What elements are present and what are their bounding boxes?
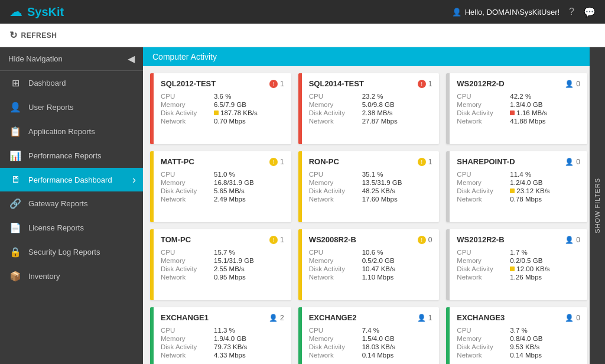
sidebar-item-application-reports[interactable]: 📋 Application Reports bbox=[0, 119, 143, 144]
metric-row: Memory 16.8/31.9 GB bbox=[161, 179, 284, 186]
card-title-sql2012-test: SQL2012-TEST bbox=[161, 79, 216, 88]
metric-label: Disk Activity bbox=[309, 187, 362, 194]
metric-row: Memory 15.1/31.9 GB bbox=[161, 257, 284, 264]
card-exchange1[interactable]: EXCHANGE1 👤 2 CPU 11.3 % Memory 1.9/4.0 … bbox=[150, 307, 291, 364]
metric-value: 5.0/9.8 GB bbox=[362, 101, 432, 108]
show-filters-label: SHOW FILTERS bbox=[594, 178, 601, 233]
metric-value: 18.03 KB/s bbox=[362, 343, 432, 350]
metric-label: CPU bbox=[457, 171, 510, 178]
metric-label: Network bbox=[161, 274, 214, 281]
card-inner-exchange2: EXCHANGE2 👤 1 CPU 7.4 % Memory 1.5/4.0 G… bbox=[302, 307, 440, 364]
metric-label: Network bbox=[161, 352, 214, 359]
metric-row: Network 1.10 Mbps bbox=[309, 274, 432, 281]
card-status-area-sql2014-test: ! 1 bbox=[418, 80, 432, 88]
card-status-area-sql2012-test: ! 1 bbox=[269, 80, 284, 88]
metric-row: CPU 11.3 % bbox=[161, 327, 284, 334]
card-title-ws2012r2-d: WS2012R2-D bbox=[457, 79, 504, 88]
card-inner-tom-pc: TOM-PC ! 1 CPU 15.7 % Memory 15.1/31.9 G… bbox=[154, 229, 291, 300]
metric-label: Disk Activity bbox=[309, 109, 362, 116]
nav-icon-inventory: 📦 bbox=[9, 271, 21, 282]
sidebar-item-dashboard[interactable]: ⊞ Dashboard bbox=[0, 71, 143, 95]
card-tom-pc[interactable]: TOM-PC ! 1 CPU 15.7 % Memory 15.1/31.9 G… bbox=[150, 229, 291, 300]
hide-navigation-label: Hide Navigation bbox=[8, 54, 63, 63]
user-count-sql2014-test: 1 bbox=[428, 80, 432, 88]
card-header-tom-pc: TOM-PC ! 1 bbox=[161, 235, 284, 244]
metric-label: Memory bbox=[161, 179, 214, 186]
card-status-area-matt-pc: ! 1 bbox=[269, 158, 284, 166]
card-matt-pc[interactable]: MATT-PC ! 1 CPU 51.0 % Memory 16.8/31.9 … bbox=[150, 151, 291, 222]
card-exchange2[interactable]: EXCHANGE2 👤 1 CPU 7.4 % Memory 1.5/4.0 G… bbox=[298, 307, 440, 364]
nav-label-user-reports: User Reports bbox=[28, 103, 74, 112]
nav-label-inventory: Inventory bbox=[28, 272, 60, 281]
card-sql2012-test[interactable]: SQL2012-TEST ! 1 CPU 3.6 % Memory 6.5/7.… bbox=[150, 73, 291, 144]
card-title-ws2012r2-b: WS2012R2-B bbox=[457, 235, 504, 244]
card-metrics-matt-pc: CPU 51.0 % Memory 16.8/31.9 GB Disk Acti… bbox=[161, 171, 284, 203]
metric-value: 1.5/4.0 GB bbox=[362, 335, 432, 342]
card-header-ws2008r2-b: WS2008R2-B ! 0 bbox=[309, 235, 432, 244]
card-ws2012r2-b[interactable]: WS2012R2-B 👤 0 CPU 1.7 % Memory 0.2/0.5 … bbox=[446, 229, 587, 300]
subtopbar: ↻ REFRESH bbox=[0, 24, 605, 47]
metric-label: Memory bbox=[457, 335, 510, 342]
sidebar-item-security-log-reports[interactable]: 🔒 Security Log Reports bbox=[0, 240, 143, 264]
nav-label-application-reports: Application Reports bbox=[28, 127, 95, 136]
status-dot-exchange2: 👤 bbox=[417, 314, 426, 322]
refresh-button[interactable]: ↻ REFRESH bbox=[9, 30, 57, 41]
metric-value: 11.3 % bbox=[214, 327, 284, 334]
nav-icon-performance-reports: 📊 bbox=[9, 150, 21, 161]
metric-row: CPU 3.6 % bbox=[161, 93, 284, 100]
card-title-exchange1: EXCHANGE1 bbox=[161, 313, 209, 322]
help-button[interactable]: ? bbox=[569, 6, 574, 17]
card-inner-sharepoint-d: SHAREPOINT-D 👤 0 CPU 11.4 % Memory 1.2/4… bbox=[450, 151, 587, 222]
sidebar-item-performance-dashboard[interactable]: 🖥 Performance Dashboard bbox=[0, 168, 143, 191]
metric-label: CPU bbox=[161, 93, 214, 100]
metric-label: Network bbox=[309, 352, 362, 359]
sidebar-item-gateway-reports[interactable]: 🔗 Gateway Reports bbox=[0, 191, 143, 216]
card-status-area-tom-pc: ! 1 bbox=[269, 236, 284, 244]
show-filters-panel[interactable]: SHOW FILTERS bbox=[590, 66, 605, 364]
card-ron-pc[interactable]: RON-PC ! 1 CPU 35.1 % Memory 13.5/31.9 G… bbox=[298, 151, 440, 222]
card-metrics-ws2008r2-b: CPU 10.6 % Memory 0.5/2.0 GB Disk Activi… bbox=[309, 249, 432, 281]
metric-label: Network bbox=[309, 118, 362, 125]
sidebar-item-performance-reports[interactable]: 📊 Performance Reports bbox=[0, 144, 143, 168]
card-metrics-ws2012r2-b: CPU 1.7 % Memory 0.2/0.5 GB Disk Activit… bbox=[457, 249, 580, 281]
status-dot-sql2014-test: ! bbox=[418, 80, 426, 88]
card-ws2008r2-b[interactable]: WS2008R2-B ! 0 CPU 10.6 % Memory 0.5/2.0… bbox=[298, 229, 440, 300]
metric-value: 17.60 Mbps bbox=[362, 196, 432, 203]
sidebar-item-inventory[interactable]: 📦 Inventory bbox=[0, 264, 143, 288]
card-header-sharepoint-d: SHAREPOINT-D 👤 0 bbox=[457, 157, 580, 166]
metric-value: 16.8/31.9 GB bbox=[214, 179, 284, 186]
metric-row: Disk Activity 2.38 MB/s bbox=[309, 109, 432, 116]
metric-label: Disk Activity bbox=[161, 109, 214, 116]
metric-value: 2.49 Mbps bbox=[214, 196, 284, 203]
card-exchange3[interactable]: EXCHANGE3 👤 0 CPU 3.7 % Memory 0.8/4.0 G… bbox=[446, 307, 587, 364]
metric-value: 23.2 % bbox=[362, 93, 432, 100]
metric-bar-sharepoint-d bbox=[510, 188, 515, 193]
metric-row: CPU 7.4 % bbox=[309, 327, 432, 334]
metric-row: Network 17.60 Mbps bbox=[309, 196, 432, 203]
sidebar-item-license-reports[interactable]: 📄 License Reports bbox=[0, 216, 143, 240]
metric-row: Disk Activity 12.00 KB/s bbox=[457, 265, 580, 272]
card-header-sql2012-test: SQL2012-TEST ! 1 bbox=[161, 79, 284, 88]
message-button[interactable]: 💬 bbox=[584, 6, 596, 18]
card-title-sharepoint-d: SHAREPOINT-D bbox=[457, 157, 515, 166]
metric-row: Memory 1.2/4.0 GB bbox=[457, 179, 580, 186]
metric-value: 10.6 % bbox=[362, 249, 432, 256]
content-header: Computer Activity bbox=[143, 47, 605, 66]
hide-navigation-arrow-icon: ◀ bbox=[128, 53, 135, 64]
card-sharepoint-d[interactable]: SHAREPOINT-D 👤 0 CPU 11.4 % Memory 1.2/4… bbox=[446, 151, 587, 222]
metric-bar-ws2012r2-d bbox=[510, 110, 515, 115]
card-metrics-exchange2: CPU 7.4 % Memory 1.5/4.0 GB Disk Activit… bbox=[309, 327, 432, 359]
status-dot-sharepoint-d: 👤 bbox=[565, 158, 574, 166]
metric-row: CPU 23.2 % bbox=[309, 93, 432, 100]
metric-value: 23.12 KB/s bbox=[510, 187, 580, 194]
hide-navigation-button[interactable]: Hide Navigation ◀ bbox=[0, 47, 143, 71]
nav-icon-license-reports: 📄 bbox=[9, 222, 21, 233]
user-count-ws2012r2-b: 0 bbox=[576, 236, 580, 244]
content-scroll-wrapper[interactable]: SQL2012-TEST ! 1 CPU 3.6 % Memory 6.5/7.… bbox=[143, 66, 605, 364]
card-sql2014-test[interactable]: SQL2014-TEST ! 1 CPU 23.2 % Memory 5.0/9… bbox=[298, 73, 440, 144]
user-count-sql2012-test: 1 bbox=[280, 80, 284, 88]
status-dot-ws2012r2-d: 👤 bbox=[565, 80, 574, 88]
sidebar-item-user-reports[interactable]: 👤 User Reports bbox=[0, 95, 143, 119]
card-ws2012r2-d[interactable]: WS2012R2-D 👤 0 CPU 42.2 % Memory 1.3/4.0… bbox=[446, 73, 587, 144]
metric-row: CPU 10.6 % bbox=[309, 249, 432, 256]
